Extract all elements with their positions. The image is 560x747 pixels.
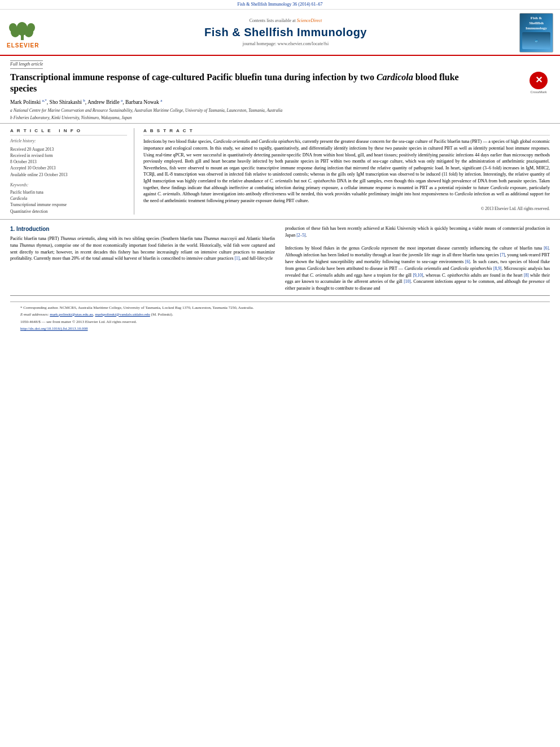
body-right-column: production of these fish has been recent…	[285, 225, 550, 292]
journal-title: Fish & Shellfish Immunology	[52, 25, 519, 40]
sciencedirect-label: ScienceDirect	[297, 18, 322, 23]
abstract-column: A B S T R A C T Infections by two blood …	[143, 128, 550, 215]
article-top: Full length article Transcriptional immu…	[0, 56, 560, 124]
svg-point-4	[9, 23, 17, 32]
article-info-heading: A R T I C L E I N F O	[10, 128, 127, 136]
footer-separator	[10, 295, 550, 296]
keyword-3: Transcriptional immune response	[10, 202, 127, 208]
keywords-section: Keywords: Pacific bluefin tuna Cardicola…	[10, 182, 127, 215]
journal-reference: Fish & Shellfish Immunology 36 (2014) 61…	[0, 0, 560, 10]
crossmark-icon: ✕	[530, 72, 548, 89]
article-info-column: A R T I C L E I N F O Article history: R…	[10, 128, 134, 215]
doi-link[interactable]: http://dx.doi.org/10.1016/j.fsi.2013.10.…	[20, 326, 88, 331]
journal-thumbnail: Fish &ShellfishImmunology 🐟	[519, 13, 553, 53]
page-footer: * Corresponding author. NCMCRS, Australi…	[10, 302, 550, 335]
svg-point-5	[27, 23, 35, 32]
journal-header-center: Contents lists available at ScienceDirec…	[52, 18, 519, 48]
footnote-corresponding: * Corresponding author. NCMCRS, Australi…	[20, 305, 540, 311]
journal-homepage: journal homepage: www.elsevier.com/locat…	[52, 41, 519, 47]
elsevier-wordmark: ELSEVIER	[7, 42, 39, 50]
received-date: Received 20 August 2013	[10, 146, 127, 152]
article-title: Transcriptional immune response of cage-…	[10, 72, 473, 95]
two-col-body: 1. Introduction Pacific bluefin tuna (PB…	[10, 225, 550, 292]
received-revised-label: Received in revised form	[10, 152, 127, 159]
article-title-row: Transcriptional immune response of cage-…	[10, 72, 550, 95]
elsevier-tree-icon	[7, 16, 38, 42]
article-info-abstract-section: A R T I C L E I N F O Article history: R…	[0, 124, 560, 220]
affiliation-b: b Fisheries Laboratory, Kinki University…	[10, 115, 550, 121]
abstract-heading: A B S T R A C T	[143, 128, 550, 136]
revised-date: 8 October 2013	[10, 159, 127, 165]
email-link-1[interactable]: mark.polinski@utas.edu.au	[50, 312, 93, 317]
online-date: Available online 23 October 2013	[10, 172, 127, 178]
crossmark-badge: ✕ CrossMark	[527, 72, 550, 94]
journal-header: ELSEVIER Contents lists available at Sci…	[0, 10, 560, 56]
keyword-4: Quantitative detection	[10, 208, 127, 215]
sciencedirect-line: Contents lists available at ScienceDirec…	[52, 18, 519, 24]
main-body: 1. Introduction Pacific bluefin tuna (PB…	[0, 220, 560, 341]
doi-line: http://dx.doi.org/10.1016/j.fsi.2013.10.…	[20, 326, 540, 331]
article-type-label: Full length article	[10, 60, 43, 69]
crossmark-label: CrossMark	[530, 90, 546, 94]
body-left-column: 1. Introduction Pacific bluefin tuna (PB…	[10, 225, 275, 292]
intro-left-text: Pacific bluefin tuna (PBT) Thunnus orien…	[10, 235, 275, 262]
thumbnail-inner: Fish &ShellfishImmunology 🐟	[522, 16, 550, 49]
intro-heading: 1. Introduction	[10, 225, 275, 233]
intro-right-text: production of these fish has been recent…	[285, 225, 550, 292]
affiliation-a: a National Centre for Marine Conservatio…	[10, 108, 550, 113]
page: Fish & Shellfish Immunology 36 (2014) 61…	[0, 0, 560, 747]
authors-line: Mark Polinski a,*, Sho Shirakashi b, And…	[10, 98, 550, 106]
keyword-1: Pacific bluefin tuna	[10, 189, 127, 195]
issn-line: 1050-4648/$ — see front matter © 2013 El…	[20, 320, 540, 325]
keyword-2: Cardicola	[10, 195, 127, 202]
elsevier-logo: ELSEVIER	[7, 16, 52, 50]
article-history-label: Article history:	[10, 138, 127, 144]
email-link-2[interactable]: markpolinski@vandals.uidaho.edu	[95, 312, 150, 317]
copyright-line: © 2013 Elsevier Ltd. All rights reserved…	[143, 206, 550, 212]
keywords-label: Keywords:	[10, 182, 127, 188]
abstract-text: Infections by two blood fluke species, C…	[143, 138, 550, 204]
footnote-email: E-mail addresses: mark.polinski@utas.edu…	[20, 312, 540, 318]
accepted-date: Accepted 10 October 2013	[10, 165, 127, 171]
